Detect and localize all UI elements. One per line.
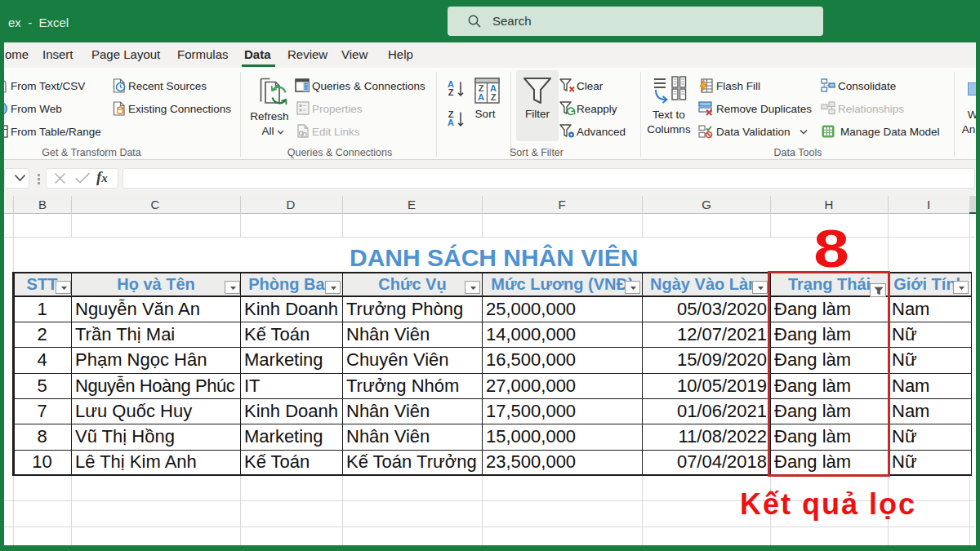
- svg-text:Z: Z: [491, 92, 497, 102]
- svg-text:Z: Z: [479, 83, 484, 93]
- svg-text:A: A: [478, 92, 484, 102]
- svg-text:A: A: [490, 83, 497, 93]
